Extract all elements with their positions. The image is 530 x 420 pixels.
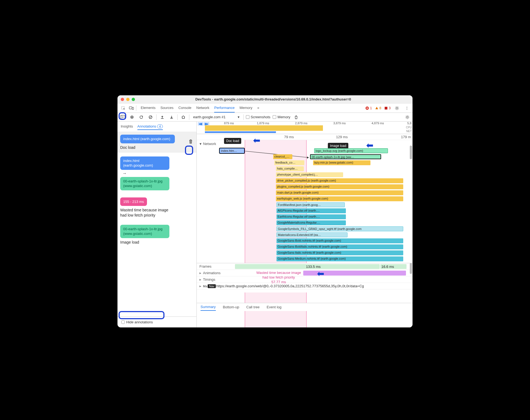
network-request-bar[interactable]: phenotype_client_compiled.j… bbox=[276, 172, 343, 177]
svg-point-5 bbox=[396, 107, 398, 109]
cpu-label: CPU bbox=[406, 126, 412, 129]
annotation-label: Image load bbox=[120, 240, 194, 245]
network-request-bar[interactable]: MaterialIcons-Extended.ttf (ea… bbox=[276, 232, 348, 237]
tab-sources[interactable]: Sources bbox=[160, 103, 173, 113]
arrow-down-icon: → bbox=[122, 171, 194, 176]
tab-performance[interactable]: Performance bbox=[214, 103, 234, 113]
network-request-bar[interactable]: GoogleSans-BoldItalic.nohints.ttf (earth… bbox=[276, 244, 403, 249]
cpu-overview-graph bbox=[205, 125, 402, 131]
network-request-bar[interactable]: main.dart.js (earth.google.com) bbox=[276, 190, 403, 195]
network-request-bar[interactable]: index.htm… bbox=[220, 148, 244, 153]
annotation-pill: index.html (earth.google.com) bbox=[120, 156, 169, 170]
svg-point-12 bbox=[407, 116, 408, 118]
annotation-card[interactable]: index.html (earth.google.com) → 00-earth… bbox=[120, 156, 194, 190]
nav-chip: Nav bbox=[208, 284, 216, 288]
devtools-window: DevTools - earth.google.com/static/multi… bbox=[117, 95, 413, 327]
sidebar-tab-insights[interactable]: Insights bbox=[121, 123, 133, 130]
network-request-bar[interactable]: GoogleSymbols_FILL_GRAD_opsz_wght.ttf (e… bbox=[276, 226, 403, 231]
annotation-pill: 155 - 213 ms bbox=[120, 197, 147, 206]
arrow-icon: ➡ bbox=[253, 135, 260, 146]
recording-select[interactable]: earth.google.com #1▾ bbox=[192, 114, 241, 120]
net-overview-bar bbox=[205, 131, 276, 133]
network-request-bar[interactable]: GoogleSans-Medium.nohints.ttf (earth.goo… bbox=[276, 256, 403, 261]
network-request-bar[interactable]: All1PIcons-Regular.otf (earth.… bbox=[276, 208, 346, 213]
issues-badge[interactable]: 3 bbox=[384, 106, 391, 110]
network-request-bar[interactable]: drive_picker_compiled.js (earth.google.c… bbox=[276, 178, 403, 183]
network-request-bar[interactable]: GoogleMaterialIcons-Regular.… bbox=[276, 220, 346, 225]
network-request-bar[interactable]: hats_compile… bbox=[276, 166, 304, 171]
memory-checkbox[interactable]: Memory bbox=[273, 115, 290, 119]
network-request-bar[interactable]: plugins_compiled.js (earth.google.com) bbox=[276, 184, 403, 189]
network-track-label[interactable]: ▼ Network bbox=[199, 142, 216, 146]
tab-console[interactable]: Console bbox=[178, 103, 192, 113]
record-icon[interactable] bbox=[128, 114, 136, 121]
screenshots-checkbox[interactable]: Screenshots bbox=[246, 115, 270, 119]
svg-rect-4 bbox=[385, 107, 387, 110]
network-request-bar[interactable]: GoogleSans-Bold.nohints.ttf (earth.googl… bbox=[276, 238, 403, 243]
errors-badge[interactable]: 1 bbox=[365, 106, 372, 110]
tab-calltree[interactable]: Call tree bbox=[246, 304, 260, 310]
annotation-card[interactable]: index.html (earth.google.com) Doc load bbox=[117, 132, 196, 153]
close-icon[interactable] bbox=[121, 98, 124, 101]
minimize-icon[interactable] bbox=[126, 98, 129, 101]
details-tabbar: Summary Bottom-up Call tree Event log bbox=[197, 303, 413, 311]
time-range-label: Wasted time because image had low fetch … bbox=[251, 271, 306, 285]
network-request-bar[interactable]: clearcut_… bbox=[273, 154, 292, 159]
delete-annotation-icon[interactable] bbox=[187, 138, 194, 145]
tab-eventlog[interactable]: Event log bbox=[267, 304, 281, 310]
warnings-badge[interactable]: 8 bbox=[375, 106, 381, 110]
svg-rect-2 bbox=[132, 107, 134, 110]
network-request-bar[interactable]: logo_lockup.svg (earth.google.com) bbox=[314, 148, 388, 153]
annotation-pill: 00-earth-splash-1x-ltr.jpg (www.gstatic.… bbox=[120, 225, 169, 238]
image-load-tooltip: Image load bbox=[328, 143, 348, 149]
network-request-bar[interactable]: feedback_co… bbox=[274, 160, 304, 165]
clear-icon[interactable] bbox=[147, 114, 154, 121]
annotation-pill: index.html (earth.google.com) bbox=[120, 135, 175, 143]
scrollbar-thumb[interactable] bbox=[410, 146, 412, 159]
tab-bottomup[interactable]: Bottom-up bbox=[223, 304, 239, 310]
annotation-card[interactable]: 155 - 213 ms Wasted time because image h… bbox=[120, 197, 194, 218]
network-request-bar[interactable]: FontManifest.json (earth.goog… bbox=[276, 202, 345, 207]
frames-track[interactable]: Frames 133.5 ms 16.6 ms bbox=[197, 263, 413, 270]
net-label: NET bbox=[406, 130, 412, 133]
sidebar: Insights Annotations4 index.html (earth.… bbox=[117, 122, 197, 327]
perf-toolbar: earth.google.com #1▾ Screenshots Memory bbox=[117, 113, 413, 122]
doc-load-tooltip: Doc load bbox=[224, 138, 241, 144]
perf-settings-icon[interactable] bbox=[404, 114, 411, 121]
network-request-bar[interactable]: lazy.min.js (www.gstatic.com) bbox=[313, 160, 370, 165]
annotation-label: Wasted time because image had low fetch … bbox=[120, 208, 175, 217]
network-request-bar[interactable]: 00-earth-splash-1x-ltr.jpg (ww… bbox=[310, 154, 381, 159]
svg-rect-1 bbox=[129, 107, 132, 109]
reload-icon[interactable] bbox=[138, 114, 145, 121]
window-title: DevTools - earth.google.com/static/multi… bbox=[137, 97, 409, 101]
prev-frame-icon[interactable]: ◀▮ bbox=[198, 122, 203, 126]
main-tabbar: Elements Sources Console Network Perform… bbox=[117, 103, 413, 113]
sidebar-tab-annotations[interactable]: Annotations4 bbox=[137, 123, 163, 130]
tab-network[interactable]: Network bbox=[196, 103, 210, 113]
settings-icon[interactable] bbox=[393, 105, 401, 112]
overview-timeline[interactable]: ◀▮ ▮▶ 879 ms 1,879 ms 2,879 ms 3,879 ms … bbox=[197, 122, 413, 134]
maximize-icon[interactable] bbox=[132, 98, 135, 101]
annotation-pill: 00-earth-splash-1x-ltr.jpg (www.gstatic.… bbox=[120, 177, 169, 190]
scrollbar-thumb[interactable] bbox=[410, 263, 412, 274]
toggle-sidebar-icon[interactable] bbox=[119, 114, 126, 121]
home-icon[interactable] bbox=[180, 114, 187, 121]
more-icon[interactable]: ⋮ bbox=[403, 105, 410, 112]
svg-line-11 bbox=[149, 116, 152, 118]
network-request-bar[interactable]: GoogleSans-Italic.nohints.ttf (earth.goo… bbox=[276, 250, 403, 255]
inspect-icon[interactable] bbox=[120, 105, 127, 112]
flame-chart-panel[interactable]: ◀▮ ▮▶ 879 ms 1,879 ms 2,879 ms 3,879 ms … bbox=[197, 122, 413, 327]
annotation-card[interactable]: 00-earth-splash-1x-ltr.jpg (www.gstatic.… bbox=[120, 225, 194, 245]
tab-summary[interactable]: Summary bbox=[201, 303, 216, 311]
annotation-label: Doc load bbox=[120, 145, 194, 150]
upload-icon[interactable] bbox=[159, 114, 166, 121]
network-request-bar[interactable]: EarthIcons-Regular.otf (earth.… bbox=[276, 214, 346, 219]
device-icon[interactable] bbox=[128, 105, 135, 112]
more-tabs-icon[interactable]: » bbox=[257, 103, 259, 113]
download-icon[interactable] bbox=[168, 114, 175, 121]
tab-elements[interactable]: Elements bbox=[141, 103, 155, 113]
tab-memory[interactable]: Memory bbox=[240, 103, 252, 113]
hide-annotations-checkbox[interactable]: Hide annotations bbox=[120, 319, 194, 325]
network-request-bar[interactable]: earthplugin_web.js (earth.google.com) bbox=[276, 196, 403, 201]
gc-icon[interactable] bbox=[293, 114, 300, 121]
